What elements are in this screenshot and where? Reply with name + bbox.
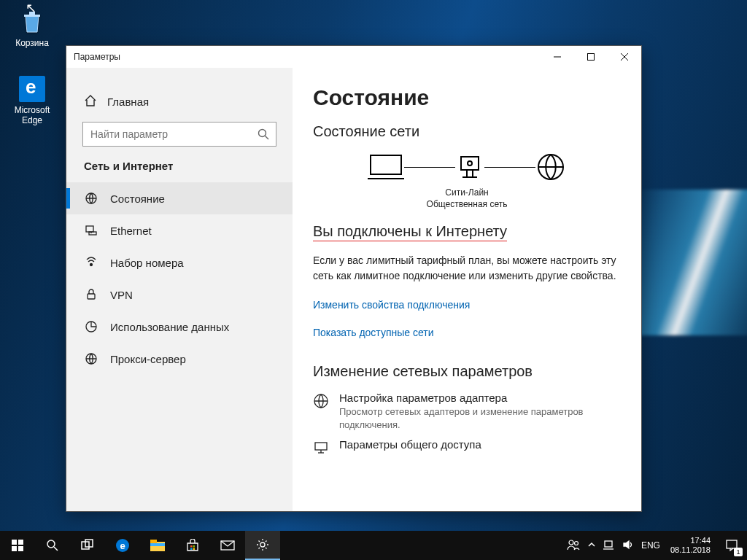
svg-rect-9	[89, 232, 96, 235]
content-pane: Состояние Состояние сети Сити-Лайн Общес…	[293, 68, 641, 511]
sidebar-item-datausage[interactable]: Использование данных	[66, 311, 293, 343]
search-icon	[258, 128, 269, 143]
desktop-icon-label: Корзина	[15, 38, 49, 48]
window-title: Параметры	[66, 52, 541, 62]
option-description: Просмотр сетевых адаптеров и изменение п…	[339, 405, 621, 431]
titlebar[interactable]: Параметры	[66, 46, 641, 68]
edge-icon	[19, 76, 45, 102]
tray-people-icon[interactable]	[567, 538, 580, 553]
sidebar-item-vpn[interactable]: VPN	[66, 279, 293, 311]
taskbar-clock[interactable]: 17:44 08.11.2018	[665, 536, 716, 554]
sidebar-item-dialup[interactable]: Набор номера	[66, 246, 293, 279]
connected-heading: Вы подключены к Интернету	[313, 223, 621, 241]
section-heading-network-state: Состояние сети	[313, 123, 621, 140]
svg-point-31	[47, 540, 55, 548]
router-icon	[455, 152, 484, 182]
sidebar-home-label: Главная	[107, 96, 149, 108]
desktop-icon-label: Microsoft Edge	[15, 105, 50, 125]
svg-rect-30	[18, 546, 23, 551]
svg-text:e: e	[120, 540, 125, 551]
system-tray: ENG	[562, 538, 665, 553]
svg-rect-24	[315, 443, 327, 450]
taskbar-store[interactable]	[175, 531, 210, 560]
svg-point-46	[569, 540, 573, 545]
tray-language[interactable]: ENG	[641, 540, 660, 551]
svg-point-5	[259, 130, 266, 137]
svg-rect-0	[29, 12, 35, 15]
sidebar-section-title: Сеть и Интернет	[66, 160, 293, 182]
globe-icon	[535, 152, 566, 182]
svg-line-6	[266, 136, 269, 140]
taskbar-explorer[interactable]	[140, 531, 175, 560]
recycle-bin-icon	[19, 9, 45, 35]
svg-rect-2	[588, 54, 595, 61]
taskbar-search[interactable]	[35, 531, 70, 560]
option-adapter-settings[interactable]: Настройка параметров адаптера Просмотр с…	[313, 392, 621, 431]
svg-point-45	[260, 542, 265, 547]
svg-point-11	[90, 264, 93, 266]
dialup-icon	[84, 256, 98, 269]
minimize-button[interactable]	[541, 46, 574, 68]
datausage-icon	[84, 320, 98, 333]
svg-rect-42	[190, 548, 193, 551]
pc-icon	[368, 152, 404, 182]
option-title: Параметры общего доступа	[339, 438, 481, 451]
close-button[interactable]	[608, 46, 641, 68]
option-sharing-settings[interactable]: Параметры общего доступа	[313, 438, 621, 459]
svg-rect-39	[150, 543, 165, 546]
sidebar-item-proxy[interactable]: Прокси-сервер	[66, 343, 293, 375]
taskbar-settings[interactable]	[245, 531, 280, 560]
home-icon	[84, 94, 97, 109]
svg-line-32	[54, 547, 58, 551]
action-center-button[interactable]: 1	[716, 531, 747, 560]
svg-rect-40	[190, 545, 193, 548]
page-title: Состояние	[313, 85, 621, 110]
sharing-icon	[313, 438, 329, 459]
sidebar-item-label: Состояние	[110, 192, 165, 205]
tray-volume-icon[interactable]	[622, 539, 634, 553]
connected-body: Если у вас лимитный тарифный план, вы мо…	[313, 253, 621, 283]
clock-date: 08.11.2018	[670, 545, 711, 555]
sidebar-item-label: Прокси-сервер	[110, 353, 186, 365]
link-show-available-networks[interactable]: Показать доступные сети	[313, 327, 434, 338]
vpn-icon	[84, 288, 98, 301]
svg-rect-48	[605, 541, 612, 547]
svg-point-47	[574, 541, 578, 545]
tray-chevron-up-icon[interactable]	[587, 540, 596, 551]
status-icon	[84, 192, 98, 205]
proxy-icon	[84, 352, 98, 365]
sidebar-item-status[interactable]: Состояние	[66, 182, 293, 214]
task-view[interactable]	[70, 531, 105, 560]
sidebar-item-label: Набор номера	[110, 257, 184, 269]
clock-time: 17:44	[690, 536, 711, 545]
desktop-icon-edge[interactable]: Microsoft Edge	[4, 76, 60, 125]
desktop-icon-recycle-bin[interactable]: Корзина	[4, 9, 60, 48]
notification-badge: 1	[734, 548, 743, 556]
svg-rect-12	[88, 294, 95, 299]
sidebar-item-ethernet[interactable]: Ethernet	[66, 214, 293, 246]
start-button[interactable]	[0, 531, 35, 560]
network-name: Сити-Лайн	[313, 187, 621, 198]
sidebar-home[interactable]: Главная	[66, 88, 293, 114]
maximize-button[interactable]	[574, 46, 608, 68]
section-heading-change-settings: Изменение сетевых параметров	[313, 363, 621, 380]
taskbar-edge[interactable]: e	[105, 531, 140, 560]
svg-rect-43	[193, 548, 196, 551]
search-box	[82, 122, 276, 147]
sidebar-item-label: VPN	[110, 289, 133, 301]
settings-window: Параметры Главная Сеть и Интернет Состоя…	[66, 45, 642, 512]
sidebar: Главная Сеть и Интернет Состояние Ethern…	[66, 68, 293, 511]
ethernet-icon	[84, 224, 98, 237]
svg-rect-17	[461, 157, 479, 170]
network-type: Общественная сеть	[313, 198, 621, 210]
link-change-connection-properties[interactable]: Изменить свойства подключения	[313, 299, 470, 311]
taskbar-mail[interactable]	[210, 531, 245, 560]
search-input[interactable]	[82, 122, 276, 147]
sidebar-item-label: Использование данных	[110, 321, 229, 333]
svg-rect-8	[86, 226, 93, 232]
network-diagram	[313, 152, 621, 182]
tray-network-icon[interactable]	[603, 539, 615, 553]
adapter-icon	[313, 392, 329, 431]
option-title: Настройка параметров адаптера	[339, 392, 621, 404]
svg-rect-29	[12, 546, 17, 551]
